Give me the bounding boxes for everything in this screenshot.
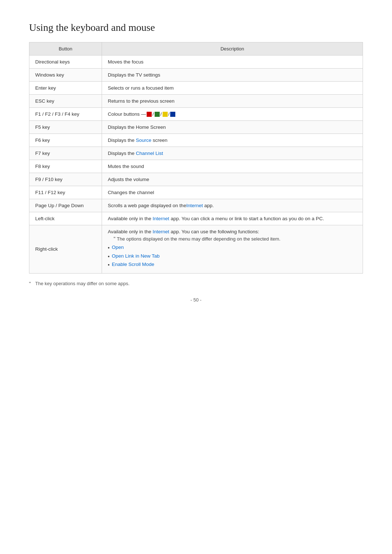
inline-link[interactable]: Source: [136, 138, 151, 143]
table-row: F5 keyDisplays the Home Screen: [29, 121, 363, 134]
inline-link[interactable]: Internet: [186, 203, 203, 208]
button-cell: Right-click: [29, 225, 102, 274]
description-cell: Adjusts the volume: [102, 173, 363, 186]
button-cell: ESC key: [29, 95, 102, 108]
bullet-item: Enable Scroll Mode: [108, 261, 357, 270]
colour-square-3: [170, 112, 175, 117]
button-cell: Windows key: [29, 69, 102, 82]
table-row: Left-clickAvailable only in the Internet…: [29, 212, 363, 225]
table-row: Page Up / Page DownScrolls a web page di…: [29, 199, 363, 212]
inline-link[interactable]: Channel List: [136, 151, 163, 156]
description-cell: Displays the Home Screen: [102, 121, 363, 134]
table-row: F8 keyMutes the sound: [29, 160, 363, 173]
button-cell: Page Up / Page Down: [29, 199, 102, 212]
button-cell: Left-click: [29, 212, 102, 225]
table-row: F11 / F12 keyChanges the channel: [29, 186, 363, 199]
right-click-internet-link[interactable]: Internet: [153, 229, 170, 234]
table-row: Directional keysMoves the focus: [29, 56, 363, 69]
table-row: F1 / F2 / F3 / F4 keyColour buttons — / …: [29, 108, 363, 121]
description-cell: Displays the Channel List: [102, 147, 363, 160]
column-header-description: Description: [102, 42, 363, 56]
table-row: F7 keyDisplays the Channel List: [29, 147, 363, 160]
right-click-description: Available only in the Internet app. You …: [108, 229, 357, 270]
bullet-link[interactable]: Open: [112, 245, 124, 250]
colour-separator: /: [168, 111, 170, 117]
footnote-row: " The key operations may differ on some …: [29, 281, 363, 286]
description-cell: Colour buttons — / / /: [102, 108, 363, 121]
colour-separator: /: [160, 111, 162, 117]
table-row: Windows keyDisplays the TV settings: [29, 69, 363, 82]
colour-square-0: [147, 112, 152, 117]
table-row: Right-clickAvailable only in the Interne…: [29, 225, 363, 274]
page-title: Using the keyboard and mouse: [29, 22, 363, 33]
right-click-note: The options displayed on the menu may di…: [108, 236, 357, 242]
button-cell: F1 / F2 / F3 / F4 key: [29, 108, 102, 121]
colour-square-1: [155, 112, 160, 117]
column-header-button: Button: [29, 42, 102, 56]
bullet-link[interactable]: Enable Scroll Mode: [112, 262, 154, 267]
button-cell: Directional keys: [29, 56, 102, 69]
description-cell: Displays the TV settings: [102, 69, 363, 82]
keyboard-mouse-table: Button Description Directional keysMoves…: [29, 42, 363, 274]
button-cell: F8 key: [29, 160, 102, 173]
table-row: F9 / F10 keyAdjusts the volume: [29, 173, 363, 186]
bullet-item: Open: [108, 244, 357, 253]
footnote-quote-icon: ": [29, 281, 31, 286]
table-row: ESC keyReturns to the previous screen: [29, 95, 363, 108]
description-cell: Displays the Source screen: [102, 134, 363, 147]
description-cell: Selects or runs a focused item: [102, 82, 363, 95]
description-cell: Moves the focus: [102, 56, 363, 69]
bullet-link[interactable]: Open Link in New Tab: [112, 253, 160, 259]
colour-square-2: [163, 112, 168, 117]
colour-buttons-desc: Colour buttons — / / /: [108, 111, 176, 117]
page-footer: - 50 -: [29, 297, 363, 303]
button-cell: F7 key: [29, 147, 102, 160]
description-cell: Mutes the sound: [102, 160, 363, 173]
description-cell: Scrolls a web page displayed on theInter…: [102, 199, 363, 212]
table-row: Enter keySelects or runs a focused item: [29, 82, 363, 95]
right-click-bullets: OpenOpen Link in New TabEnable Scroll Mo…: [108, 244, 357, 270]
table-row: F6 keyDisplays the Source screen: [29, 134, 363, 147]
colour-separator: /: [152, 111, 154, 117]
button-cell: F9 / F10 key: [29, 173, 102, 186]
inline-link[interactable]: Internet: [153, 216, 170, 221]
description-cell: Changes the channel: [102, 186, 363, 199]
footnote-text: The key operations may differ on some ap…: [35, 281, 130, 286]
button-cell: F5 key: [29, 121, 102, 134]
bullet-item: Open Link in New Tab: [108, 253, 357, 261]
button-cell: F11 / F12 key: [29, 186, 102, 199]
description-cell: Available only in the Internet app. You …: [102, 212, 363, 225]
button-cell: F6 key: [29, 134, 102, 147]
button-cell: Enter key: [29, 82, 102, 95]
description-cell: Returns to the previous screen: [102, 95, 363, 108]
description-cell: Available only in the Internet app. You …: [102, 225, 363, 274]
